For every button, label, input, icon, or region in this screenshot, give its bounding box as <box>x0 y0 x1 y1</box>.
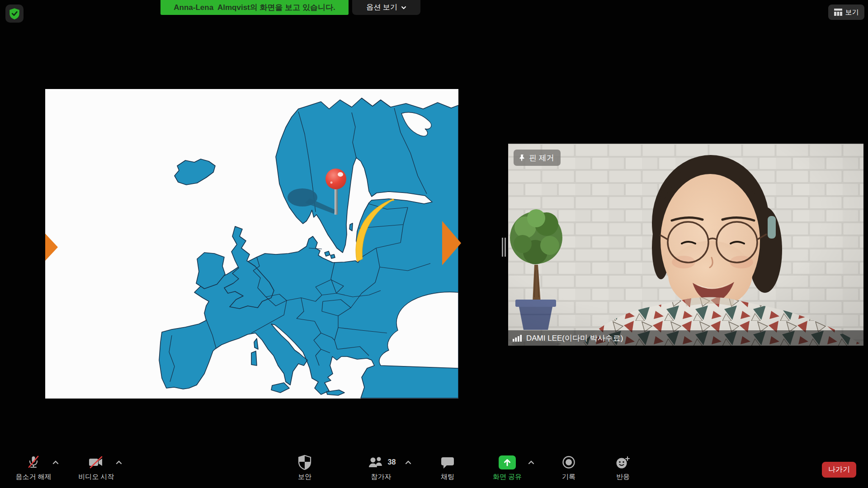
participant-name-bar: DAMI LEE(이다미 박사수료) <box>508 330 863 346</box>
slide-prev-arrow-icon <box>45 234 58 261</box>
pinned-participant-video[interactable]: 핀 제거 DAMI LEE(이다미 박사수료) <box>508 144 863 346</box>
share-screen-icon <box>499 455 516 469</box>
remove-pin-badge[interactable]: 핀 제거 <box>514 150 561 166</box>
participants-caret-icon[interactable] <box>405 460 411 465</box>
view-options-label: 옵션 보기 <box>366 3 397 12</box>
video-options-caret-icon[interactable] <box>116 460 122 465</box>
chat-label: 채팅 <box>441 473 454 481</box>
security-label: 보안 <box>298 473 311 481</box>
participant-video-content <box>508 144 863 346</box>
chat-button[interactable]: 채팅 <box>420 453 475 485</box>
chevron-down-icon <box>401 6 406 9</box>
start-video-button[interactable]: 비디오 시작 <box>67 453 126 485</box>
start-video-label: 비디오 시작 <box>78 473 114 481</box>
reactions-label: 반응 <box>616 473 630 481</box>
share-screen-label: 화면 공유 <box>493 473 522 481</box>
video-vignette <box>508 144 863 346</box>
reactions-button[interactable]: 반응 <box>596 453 650 485</box>
view-layout-button[interactable]: 보기 <box>828 5 864 20</box>
mute-button[interactable]: 음소거 해제 <box>5 453 62 485</box>
mute-options-caret-icon[interactable] <box>52 460 59 465</box>
share-options-caret-icon[interactable] <box>528 460 534 465</box>
signal-strength-icon <box>513 334 523 342</box>
camera-off-icon <box>87 454 105 470</box>
record-label: 기록 <box>562 473 576 481</box>
security-button[interactable]: 보안 <box>278 453 332 485</box>
record-icon <box>561 455 576 470</box>
shared-screen-slide <box>45 89 458 399</box>
screen-share-banner-text: Anna-Lena Almqvist의 화면을 보고 있습니다. <box>174 2 335 13</box>
participants-label: 참가자 <box>371 473 392 481</box>
slide-next-arrow-icon <box>442 221 461 265</box>
record-button[interactable]: 기록 <box>542 453 596 485</box>
pushpin-icon <box>518 154 525 161</box>
participants-icon <box>367 455 385 469</box>
remove-pin-label: 핀 제거 <box>529 153 554 163</box>
panel-resize-handle[interactable] <box>502 238 506 257</box>
microphone-muted-icon <box>25 454 42 470</box>
participant-name: DAMI LEE(이다미 박사수료) <box>526 333 623 343</box>
screen-share-banner: Anna-Lena Almqvist의 화면을 보고 있습니다. <box>160 0 349 15</box>
leave-meeting-button[interactable]: 나가기 <box>822 462 856 478</box>
share-screen-button[interactable]: 화면 공유 <box>476 453 538 485</box>
view-layout-label: 보기 <box>845 8 859 17</box>
reactions-smiley-icon <box>615 455 631 470</box>
participants-count: 38 <box>388 458 396 466</box>
mute-label: 음소거 해제 <box>15 473 51 481</box>
gallery-grid-icon <box>834 9 842 16</box>
participants-button[interactable]: 38 참가자 <box>347 453 415 485</box>
leave-meeting-label: 나가기 <box>828 465 850 474</box>
view-options-button[interactable]: 옵션 보기 <box>352 0 420 15</box>
security-shield-icon <box>297 454 312 470</box>
europe-map <box>45 89 458 399</box>
shield-check-icon <box>8 7 21 20</box>
chat-bubble-icon <box>440 455 455 469</box>
encryption-badge[interactable] <box>5 5 24 23</box>
